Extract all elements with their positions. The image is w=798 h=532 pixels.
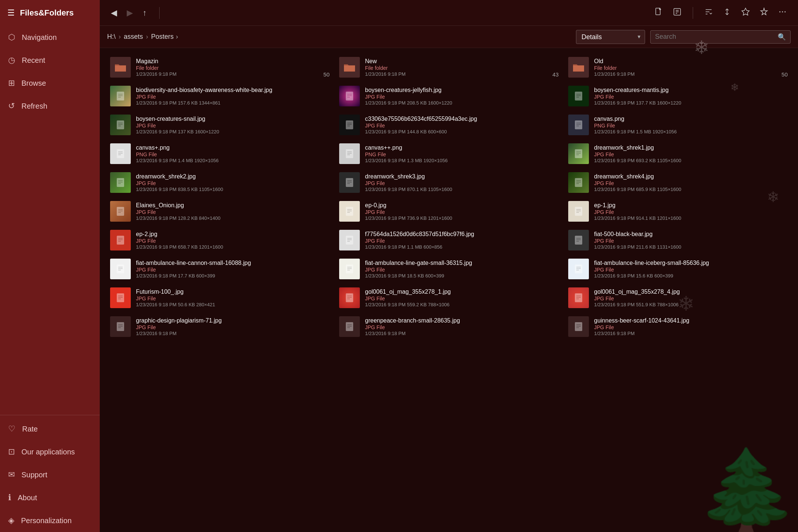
svg-point-11 — [782, 11, 783, 12]
file-grid: Magazin File folder 1/23/2016 9:18 PM 50… — [100, 48, 798, 532]
file-item[interactable]: fiat-ambulance-line-iceberg-small-85636.… — [564, 255, 792, 283]
file-meta: 1/23/2016 9:18 PM 559.2 KB 788×1006 — [365, 302, 559, 307]
sidebar-item-refresh[interactable]: ↺ Refresh — [0, 95, 100, 117]
file-meta: 1/23/2016 9:18 PM — [594, 331, 788, 336]
file-meta: 1/23/2016 9:18 PM 137.7 KB 1600×1220 — [594, 100, 788, 106]
favorite-button[interactable] — [737, 5, 754, 21]
svg-rect-45 — [575, 149, 582, 158]
more-button[interactable] — [774, 5, 791, 21]
file-item[interactable]: dreamwork_shrek3.jpg JPG File 1/23/2016 … — [335, 168, 563, 197]
our-applications-icon: ⊡ — [8, 447, 15, 457]
rate-icon: ♡ — [8, 424, 16, 434]
search-box[interactable]: 🔍 — [650, 30, 791, 44]
file-item[interactable]: fiat-500-black-bear.jpg JPG File 1/23/20… — [564, 226, 792, 254]
file-name: canvas+.png — [136, 144, 330, 151]
file-item[interactable]: dreamwork_shrek1.jpg JPG File 1/23/2016 … — [564, 140, 792, 168]
sidebar-item-navigation[interactable]: ⬡ Navigation — [0, 26, 100, 49]
main-area: ◀ ▶ ↑ — [100, 0, 798, 532]
file-item[interactable]: Old File folder 1/23/2016 9:18 PM 50 — [564, 53, 792, 81]
sidebar-item-recent[interactable]: ◷ Recent — [0, 49, 100, 72]
svg-rect-69 — [575, 207, 582, 216]
file-item[interactable]: canvas+.png PNG File 1/23/2016 9:18 PM 1… — [106, 140, 334, 168]
svg-rect-85 — [117, 265, 124, 273]
file-name: dreamwork_shrek4.jpg — [594, 173, 788, 180]
file-item[interactable]: dreamwork_shrek4.jpg JPG File 1/23/2016 … — [564, 168, 792, 197]
sidebar-item-rate[interactable]: ♡ Rate — [0, 417, 100, 440]
toolbar-icons — [651, 5, 791, 21]
hamburger-icon[interactable]: ☰ — [7, 8, 15, 18]
file-item[interactable]: Elaines_Onion.jpg JPG File 1/23/2016 9:1… — [106, 197, 334, 225]
file-name: gol0061_oj_mag_355x278_4.jpg — [594, 289, 788, 295]
pin-button[interactable] — [756, 5, 772, 21]
file-info: boysen-creatures-mantis.jpg JPG File 1/2… — [594, 87, 788, 106]
file-meta: 1/23/2016 9:18 PM 658.7 KB 1201×1600 — [136, 244, 330, 250]
file-item[interactable]: Magazin File folder 1/23/2016 9:18 PM 50 — [106, 53, 334, 81]
file-thumbnail — [339, 259, 360, 279]
view-select[interactable]: Details List Tiles Content Extra large i… — [576, 30, 645, 44]
file-type: JPG File — [136, 296, 330, 301]
sidebar: ☰ Files&Folders ⬡ Navigation ◷ Recent ⊞ … — [0, 0, 100, 532]
file-type: JPG File — [136, 180, 330, 186]
file-type: JPG File — [365, 94, 559, 100]
view-select-wrap[interactable]: Details List Tiles Content Extra large i… — [576, 30, 645, 44]
file-thumbnail — [339, 115, 360, 135]
file-item[interactable]: greenpeace-branch-small-28635.jpg JPG Fi… — [335, 313, 563, 341]
file-item[interactable]: gol0061_oj_mag_355x278_1.jpg JPG File 1/… — [335, 284, 563, 312]
file-item[interactable]: ep-1.jpg JPG File 1/23/2016 9:18 PM 914.… — [564, 197, 792, 225]
file-item[interactable]: c33063e75506b62634cf65255994a3ec.jpg JPG… — [335, 111, 563, 139]
file-item[interactable]: New File folder 1/23/2016 9:18 PM 43 — [335, 53, 563, 81]
svg-rect-49 — [117, 178, 124, 187]
file-item[interactable]: dreamwork_shrek2.jpg JPG File 1/23/2016 … — [106, 168, 334, 197]
file-meta: 1/23/2016 9:18 PM — [365, 71, 547, 77]
file-info: canvas++.png PNG File 1/23/2016 9:18 PM … — [365, 144, 559, 163]
sort-button[interactable] — [700, 5, 717, 21]
forward-button[interactable]: ▶ — [123, 6, 137, 20]
breadcrumb-drive[interactable]: H:\ — [107, 33, 116, 41]
back-button[interactable]: ◀ — [107, 6, 121, 20]
file-thumbnail — [568, 230, 589, 250]
file-type: JPG File — [136, 267, 330, 273]
file-item[interactable]: graphic-design-plagiarism-71.jpg JPG Fil… — [106, 313, 334, 341]
search-input[interactable] — [655, 33, 778, 41]
file-info: canvas.png PNG File 1/23/2016 9:18 PM 1.… — [594, 116, 788, 134]
file-item[interactable]: boysen-creatures-mantis.jpg JPG File 1/2… — [564, 82, 792, 110]
file-item[interactable]: ep-2.jpg JPG File 1/23/2016 9:18 PM 658.… — [106, 226, 334, 254]
file-meta: 1/23/2016 9:18 PM 870.1 KB 1105×1600 — [365, 187, 559, 192]
file-item[interactable]: gol0061_oj_mag_355x278_4.jpg JPG File 1/… — [564, 284, 792, 312]
file-item[interactable]: canvas++.png PNG File 1/23/2016 9:18 PM … — [335, 140, 563, 168]
file-item[interactable]: biodiversity-and-biosafety-awareness-whi… — [106, 82, 334, 110]
file-item[interactable]: Futurism-100_.jpg JPG File 1/23/2016 9:1… — [106, 284, 334, 312]
file-info: fiat-ambulance-line-gate-small-36315.jpg… — [365, 260, 559, 279]
file-item[interactable]: guinness-beer-scarf-1024-43641.jpg JPG F… — [564, 313, 792, 341]
file-item[interactable]: boysen-creatures-snail.jpg JPG File 1/23… — [106, 111, 334, 139]
file-item[interactable]: f77564da1526d0d6c8357d51f6bc97f6.jpg JPG… — [335, 226, 563, 254]
file-item[interactable]: boysen-creatures-jellyfish.jpg JPG File … — [335, 82, 563, 110]
file-item[interactable]: fiat-ambulance-line-gate-small-36315.jpg… — [335, 255, 563, 283]
sidebar-item-support[interactable]: ✉ Support — [0, 463, 100, 486]
file-item[interactable]: ep-0.jpg JPG File 1/23/2016 9:18 PM 736.… — [335, 197, 563, 225]
file-item[interactable]: fiat-ambulance-line-cannon-small-16088.j… — [106, 255, 334, 283]
file-info: fiat-500-black-bear.jpg JPG File 1/23/20… — [594, 231, 788, 250]
svg-point-12 — [785, 11, 786, 12]
sidebar-item-about[interactable]: ℹ About — [0, 486, 100, 509]
file-type: File folder — [365, 65, 547, 71]
breadcrumb-assets[interactable]: assets — [124, 33, 143, 41]
sidebar-item-browse[interactable]: ⊞ Browse — [0, 72, 100, 95]
file-info: ep-2.jpg JPG File 1/23/2016 9:18 PM 658.… — [136, 231, 330, 250]
new-file-button[interactable] — [651, 5, 667, 21]
sidebar-item-label: Our applications — [21, 448, 75, 456]
sidebar-item-label: Rate — [22, 425, 38, 433]
svg-rect-89 — [346, 265, 353, 273]
sidebar-item-personalization[interactable]: ◈ Personalization — [0, 509, 100, 532]
svg-rect-93 — [575, 265, 582, 273]
svg-marker-9 — [742, 8, 749, 15]
breadcrumb-posters[interactable]: Posters — [151, 33, 174, 41]
svg-rect-33 — [575, 120, 582, 129]
properties-button[interactable] — [669, 5, 685, 21]
file-name: Magazin — [136, 58, 318, 65]
sidebar-item-our-applications[interactable]: ⊡ Our applications — [0, 440, 100, 463]
file-item[interactable]: canvas.png PNG File 1/23/2016 9:18 PM 1.… — [564, 111, 792, 139]
order-button[interactable] — [719, 5, 735, 21]
sidebar-item-label: Support — [21, 471, 47, 479]
up-button[interactable]: ↑ — [139, 6, 150, 20]
